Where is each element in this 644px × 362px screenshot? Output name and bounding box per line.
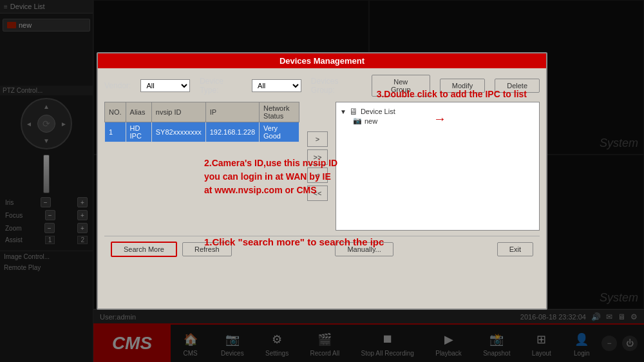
devices-group-label: Devices Group:: [311, 77, 362, 95]
table-header-ip: IP: [205, 102, 259, 122]
tree-folder-icon: 🖥: [349, 106, 358, 117]
modal-title-bar: Devices Management: [98, 53, 546, 68]
vendor-label: Vendor:: [104, 81, 131, 90]
new-group-button[interactable]: New Group: [372, 75, 430, 97]
modal-overlay: Devices Management Vendor: All Device Ty…: [0, 0, 644, 362]
modal-content-area: NO. Alias nvsip ID IP Network Status 1: [104, 102, 540, 231]
table-header-nvsip: nvsip ID: [151, 102, 205, 122]
exit-button[interactable]: Exit: [497, 242, 533, 256]
tree-child-label: new: [365, 117, 377, 125]
tree-expand-icon: ▼: [340, 108, 346, 115]
table-cell-no: 1: [105, 122, 126, 142]
table-header-alias: Alias: [126, 102, 151, 122]
table-header-no: NO.: [105, 102, 126, 122]
tree-child[interactable]: 📷 new: [353, 117, 535, 125]
table-header-status: Network Status: [260, 102, 299, 122]
arrow-right-all-button[interactable]: >>: [307, 149, 328, 165]
tree-root: ▼ 🖥 Device List: [340, 106, 535, 117]
device-type-label: Device Type:: [200, 77, 242, 95]
device-table-area: NO. Alias nvsip ID IP Network Status 1: [104, 102, 299, 231]
arrow-left-button[interactable]: <: [307, 167, 328, 183]
modal-filter-row: Vendor: All Device Type: All Devices Gro…: [104, 75, 540, 97]
delete-button[interactable]: Delete: [495, 79, 540, 93]
table-cell-alias: HD IPC: [126, 122, 151, 142]
modal-footer: Search More Refresh Manually... Exit: [104, 236, 540, 262]
arrow-buttons: > >> < <<: [305, 102, 330, 231]
arrow-right-button[interactable]: >: [307, 131, 328, 147]
modify-button[interactable]: Modify: [440, 79, 485, 93]
device-table: NO. Alias nvsip ID IP Network Status 1: [104, 102, 299, 142]
modal-title: Devices Management: [279, 56, 365, 66]
device-type-select[interactable]: All: [252, 79, 301, 92]
table-cell-status: Very Good: [260, 122, 299, 142]
table-cell-ip: 192.168.1.228: [205, 122, 259, 142]
devices-management-modal: Devices Management Vendor: All Device Ty…: [97, 52, 547, 310]
search-more-button[interactable]: Search More: [111, 242, 177, 257]
device-tree-area: ▼ 🖥 Device List 📷 new: [336, 102, 540, 231]
tree-child-icon: 📷: [353, 117, 362, 125]
arrow-left-all-button[interactable]: <<: [307, 186, 328, 201]
manually-button[interactable]: Manually...: [335, 242, 393, 256]
vendor-select[interactable]: All: [140, 79, 190, 92]
modal-body: Vendor: All Device Type: All Devices Gro…: [98, 68, 546, 269]
tree-root-label: Device List: [361, 108, 395, 115]
table-row[interactable]: 1 HD IPC SY82xxxxxxxx 192.168.1.228 Very…: [105, 122, 299, 142]
table-cell-nvsip: SY82xxxxxxxx: [151, 122, 205, 142]
refresh-button[interactable]: Refresh: [182, 242, 232, 256]
